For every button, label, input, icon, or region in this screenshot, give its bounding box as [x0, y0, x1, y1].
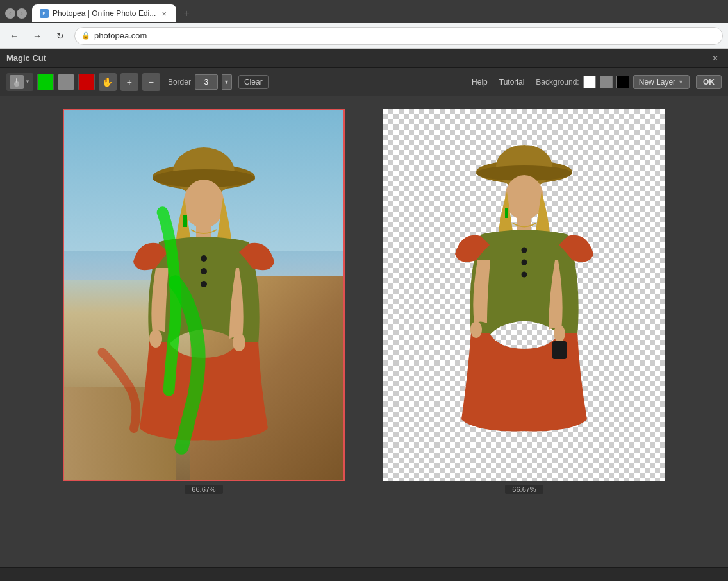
bg-white-swatch[interactable] — [583, 76, 596, 88]
address-bar[interactable]: 🔒 photopea.com — [74, 27, 723, 45]
right-zoom-label: 66.67% — [505, 485, 543, 494]
lock-icon: 🔒 — [81, 31, 90, 40]
bg-black-swatch[interactable] — [616, 76, 629, 88]
right-canvas-container: 66.67% — [383, 109, 665, 494]
border-input[interactable] — [195, 74, 218, 90]
bg-gray-swatch[interactable] — [600, 76, 613, 88]
border-label: Border — [168, 78, 191, 87]
tab-close-button[interactable]: ✕ — [160, 9, 169, 18]
help-button[interactable]: Help — [468, 76, 492, 88]
zoom-in-button[interactable]: + — [120, 73, 138, 91]
tab-arrows: ‹ › — [5, 8, 27, 19]
background-label: Background: — [536, 78, 579, 87]
svg-point-22 — [522, 260, 527, 265]
left-canvas[interactable] — [63, 109, 345, 481]
svg-point-23 — [522, 272, 527, 278]
new-layer-dropdown-arrow: ▼ — [678, 79, 684, 85]
new-tab-button[interactable]: + — [179, 6, 194, 21]
svg-point-19 — [554, 325, 565, 342]
border-dropdown-arrow[interactable]: ▼ — [222, 74, 232, 90]
toolbar: ▼ ✋ + − Border ▼ Clear Help Tutorial Bac… — [0, 68, 728, 96]
zoom-out-button[interactable]: − — [142, 73, 160, 91]
right-zoom-container: 66.67% — [505, 481, 543, 494]
brush-tool-group: ▼ — [6, 73, 33, 91]
green-color-swatch[interactable] — [37, 74, 54, 90]
canvas-area: 66.67% — [0, 96, 728, 580]
hand-tool-button[interactable]: ✋ — [99, 73, 117, 91]
brush-dropdown-arrow: ▼ — [25, 79, 30, 85]
forward-button[interactable]: → — [28, 27, 46, 45]
left-zoom-label: 66.67% — [185, 485, 223, 494]
svg-point-16 — [505, 175, 543, 220]
app-titlebar: Magic Cut ✕ — [0, 49, 728, 68]
url-text: photopea.com — [94, 31, 147, 40]
gray-color-swatch[interactable] — [58, 74, 74, 90]
new-layer-button[interactable]: New Layer ▼ — [633, 75, 690, 89]
svg-point-18 — [470, 321, 482, 338]
nav-bar: ← → ↻ 🔒 photopea.com — [0, 23, 728, 49]
brush-icon — [10, 75, 24, 89]
tab-favicon: P — [40, 9, 49, 18]
brush-strokes-svg — [64, 110, 343, 480]
svg-point-21 — [522, 248, 527, 253]
tutorial-button[interactable]: Tutorial — [495, 76, 529, 88]
svg-rect-24 — [505, 208, 508, 218]
right-canvas[interactable] — [383, 109, 665, 481]
dialog-close-button[interactable]: ✕ — [709, 52, 722, 65]
svg-rect-20 — [552, 341, 567, 359]
cutout-person-svg — [428, 139, 620, 466]
refresh-button[interactable]: ↻ — [51, 27, 69, 45]
status-bar — [0, 567, 728, 581]
tab-bar: ‹ › P Photopea | Online Photo Edi... ✕ + — [0, 0, 728, 23]
app-title: Magic Cut — [6, 53, 709, 63]
svg-rect-1 — [16, 78, 17, 83]
clear-button[interactable]: Clear — [238, 75, 269, 89]
left-zoom-container: 66.67% — [185, 481, 223, 494]
back-button[interactable]: ← — [5, 27, 23, 45]
prev-tab-arrow[interactable]: ‹ — [5, 8, 15, 19]
brush-svg — [12, 77, 22, 87]
red-color-swatch[interactable] — [78, 74, 95, 90]
ok-button[interactable]: OK — [696, 75, 722, 89]
brush-tool-button[interactable]: ▼ — [6, 73, 33, 91]
active-tab[interactable]: P Photopea | Online Photo Edi... ✕ — [32, 4, 176, 22]
tab-title: Photopea | Online Photo Edi... — [53, 9, 156, 18]
browser-chrome: ‹ › P Photopea | Online Photo Edi... ✕ +… — [0, 0, 728, 49]
left-canvas-container: 66.67% — [63, 109, 345, 494]
new-layer-label: New Layer — [639, 78, 675, 87]
next-tab-arrow[interactable]: › — [17, 8, 27, 19]
